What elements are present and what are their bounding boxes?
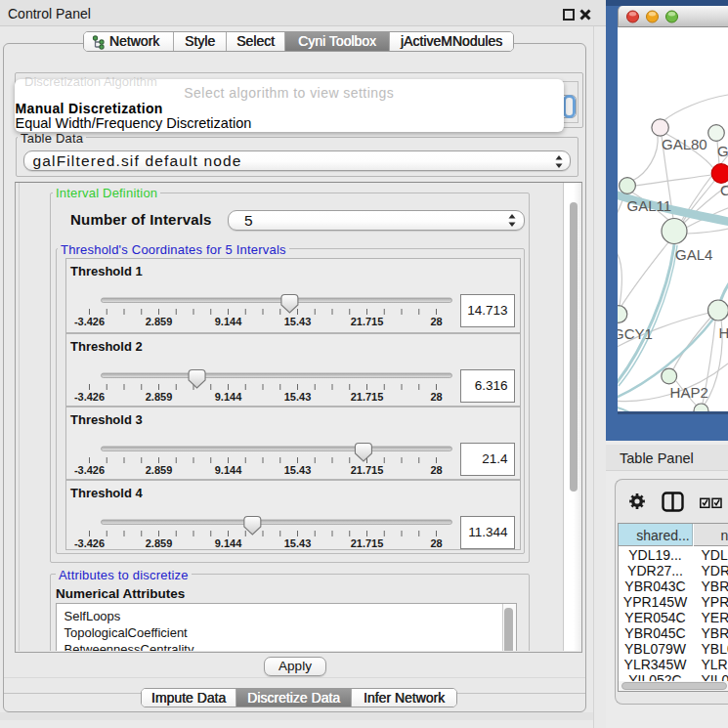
svg-text:15.43: 15.43 <box>283 464 311 476</box>
svg-text:28: 28 <box>430 391 442 403</box>
svg-text:GAL11: GAL11 <box>627 196 672 213</box>
svg-text:15.43: 15.43 <box>283 537 311 549</box>
svg-text:21.715: 21.715 <box>350 316 383 327</box>
svg-text:15.43: 15.43 <box>283 316 311 327</box>
svg-text:GAL80: GAL80 <box>662 135 707 151</box>
svg-text:GCY1: GCY1 <box>618 325 653 342</box>
svg-text:15.43: 15.43 <box>283 391 311 403</box>
svg-text:GAL4: GAL4 <box>675 245 712 262</box>
svg-text:9.144: 9.144 <box>214 391 241 403</box>
svg-text:2.859: 2.859 <box>145 464 172 476</box>
svg-text:21.715: 21.715 <box>350 537 383 549</box>
svg-text:28: 28 <box>430 464 442 476</box>
svg-text:C: C <box>720 181 728 197</box>
svg-text:2.859: 2.859 <box>145 316 172 327</box>
svg-text:28: 28 <box>430 537 442 549</box>
svg-text:9.144: 9.144 <box>214 464 241 476</box>
svg-text:21.715: 21.715 <box>350 391 383 403</box>
svg-text:GA: GA <box>717 143 728 159</box>
svg-text:21.715: 21.715 <box>350 464 383 476</box>
svg-text:9.144: 9.144 <box>214 537 241 549</box>
svg-text:9.144: 9.144 <box>214 316 241 327</box>
svg-text:HAP2: HAP2 <box>670 383 708 400</box>
svg-text:-3.426: -3.426 <box>73 464 104 476</box>
svg-text:H: H <box>718 324 728 341</box>
svg-text:-3.426: -3.426 <box>73 316 104 327</box>
svg-text:2.859: 2.859 <box>145 537 172 549</box>
svg-text:2.859: 2.859 <box>145 391 172 403</box>
svg-text:-3.426: -3.426 <box>73 537 104 549</box>
svg-text:28: 28 <box>430 316 442 327</box>
svg-text:-3.426: -3.426 <box>73 391 104 403</box>
